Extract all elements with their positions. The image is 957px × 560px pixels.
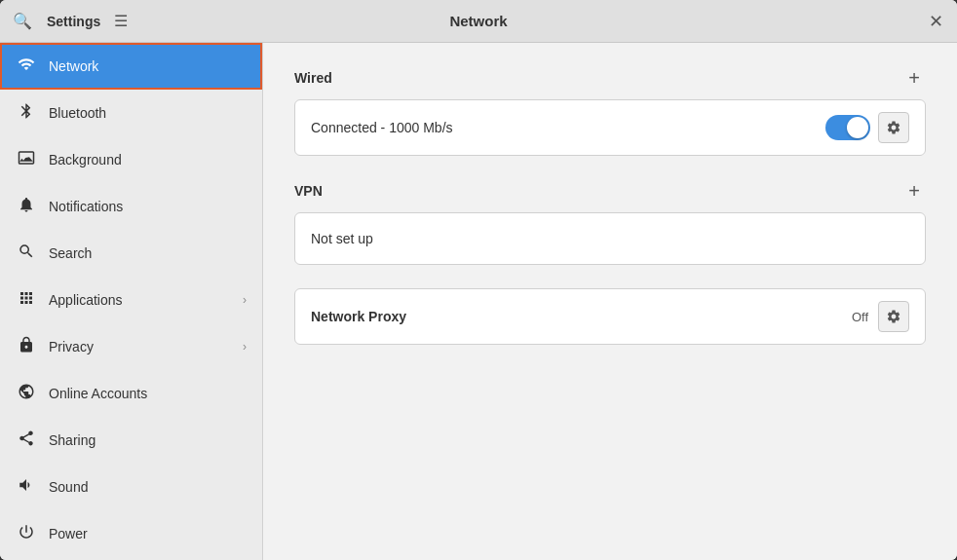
network-icon — [16, 56, 37, 78]
sidebar-item-applications-label: Applications — [49, 292, 231, 308]
sound-icon — [16, 476, 37, 499]
wired-connection-row: Connected - 1000 Mb/s — [295, 100, 925, 155]
proxy-card: Network Proxy Off — [294, 288, 926, 345]
sidebar-item-online-accounts[interactable]: Online Accounts — [0, 370, 262, 417]
sidebar-item-bluetooth-label: Bluetooth — [49, 105, 247, 121]
main-content: Network Bluetooth Background — [0, 43, 957, 560]
background-icon — [16, 149, 37, 171]
sidebar-item-sharing-label: Sharing — [49, 432, 247, 448]
privacy-chevron-icon: › — [243, 340, 247, 354]
sidebar-item-bluetooth[interactable]: Bluetooth — [0, 90, 262, 136]
close-button[interactable]: ✕ — [922, 8, 949, 35]
gear-icon — [886, 120, 901, 135]
wired-gear-button[interactable] — [878, 112, 909, 143]
proxy-gear-button[interactable] — [878, 301, 909, 332]
proxy-gear-icon — [886, 309, 901, 324]
sidebar-item-network[interactable]: Network — [0, 43, 262, 90]
privacy-icon — [16, 336, 37, 358]
sidebar-item-sharing[interactable]: Sharing — [0, 417, 262, 464]
content-area: Wired + Connected - 1000 Mb/s — [263, 43, 957, 560]
sidebar-item-power-label: Power — [49, 526, 247, 541]
vpn-add-button[interactable]: + — [902, 179, 926, 203]
wired-section-title: Wired — [294, 70, 332, 86]
titlebar-menu-button[interactable]: ☰ — [106, 7, 135, 36]
sidebar-item-sound[interactable]: Sound — [0, 464, 262, 510]
wired-section-header: Wired + — [294, 66, 926, 90]
sidebar-item-applications[interactable]: Applications › — [0, 277, 262, 323]
sidebar-item-search[interactable]: Search — [0, 230, 262, 277]
menu-icon: ☰ — [114, 12, 128, 30]
sidebar-item-sound-label: Sound — [49, 479, 247, 495]
vpn-card: Not set up — [294, 212, 926, 265]
vpn-notsetup-row: Not set up — [295, 213, 925, 264]
sidebar-item-background[interactable]: Background — [0, 136, 262, 183]
close-icon: ✕ — [929, 11, 943, 32]
wired-add-button[interactable]: + — [902, 66, 926, 90]
applications-icon — [16, 289, 37, 312]
proxy-status: Off — [852, 310, 868, 324]
wired-toggle[interactable] — [825, 115, 870, 140]
titlebar-search-button[interactable]: 🔍 — [8, 7, 37, 36]
wired-toggle-thumb — [847, 117, 868, 138]
titlebar-left: 🔍 Settings ☰ — [0, 7, 263, 36]
vpn-section-title: VPN — [294, 183, 323, 199]
sidebar-item-notifications-label: Notifications — [49, 199, 247, 214]
sidebar-item-notifications[interactable]: Notifications — [0, 183, 262, 230]
search-sidebar-icon — [16, 243, 37, 265]
proxy-label: Network Proxy — [311, 309, 852, 324]
sidebar-item-privacy[interactable]: Privacy › — [0, 323, 262, 370]
applications-chevron-icon: › — [243, 293, 247, 307]
sidebar-item-network-label: Network — [49, 58, 247, 74]
search-icon: 🔍 — [13, 12, 32, 30]
vpn-section-header: VPN + — [294, 179, 926, 203]
wired-toggle-track[interactable] — [825, 115, 870, 140]
app-title: Settings — [47, 14, 100, 29]
sidebar-item-online-accounts-label: Online Accounts — [49, 386, 247, 401]
sidebar-item-background-label: Background — [49, 152, 247, 168]
online-accounts-icon — [16, 383, 37, 405]
proxy-row: Network Proxy Off — [295, 289, 925, 344]
sidebar: Network Bluetooth Background — [0, 43, 263, 560]
sidebar-item-search-label: Search — [49, 245, 247, 261]
notifications-icon — [16, 196, 37, 218]
bluetooth-icon — [16, 102, 37, 125]
settings-window: 🔍 Settings ☰ Network ✕ Network — [0, 0, 957, 560]
vpn-notsetup-label: Not set up — [311, 231, 909, 246]
wired-connection-label: Connected - 1000 Mb/s — [311, 120, 825, 135]
sidebar-item-power[interactable]: Power — [0, 510, 262, 557]
wired-card: Connected - 1000 Mb/s — [294, 99, 926, 156]
power-icon — [16, 523, 37, 545]
titlebar: 🔍 Settings ☰ Network ✕ — [0, 0, 957, 43]
sidebar-item-privacy-label: Privacy — [49, 339, 231, 355]
sharing-icon — [16, 429, 37, 452]
